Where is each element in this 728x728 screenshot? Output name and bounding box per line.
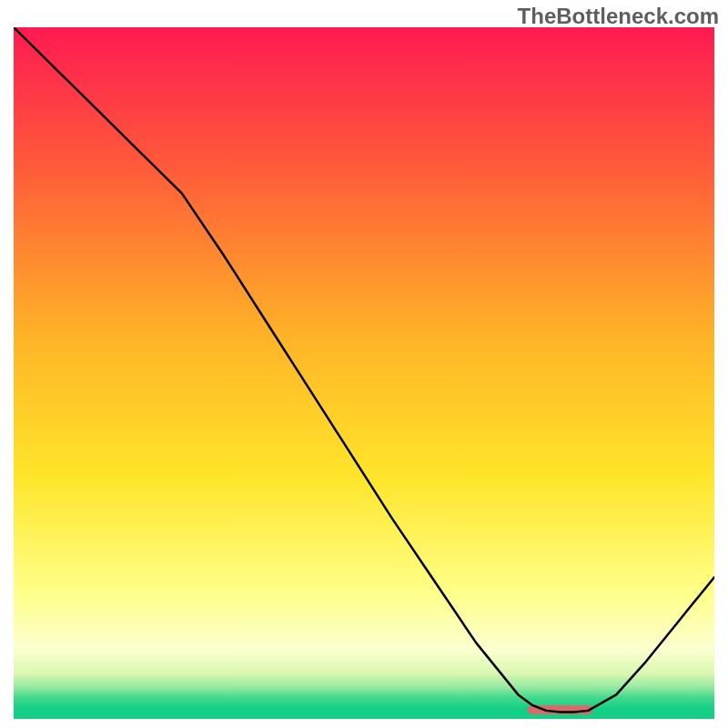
chart-container: TheBottleneck.com xyxy=(0,0,728,728)
plot-area xyxy=(14,27,714,719)
chart-svg xyxy=(14,27,714,719)
watermark-text: TheBottleneck.com xyxy=(518,4,719,29)
